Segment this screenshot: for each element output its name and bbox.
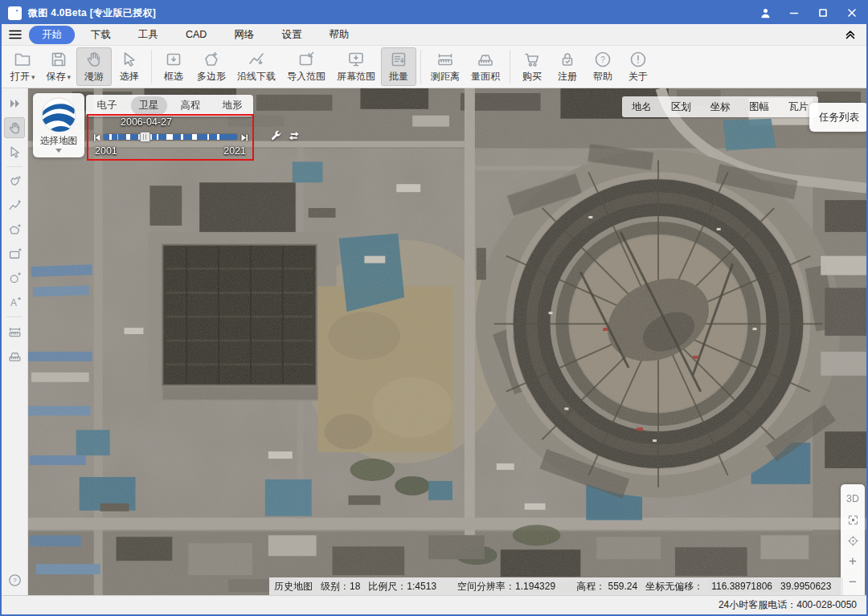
draw-circle-button[interactable] (4, 267, 25, 288)
measure-distance-button[interactable]: 测距离 (425, 47, 465, 86)
status-scale: 比例尺：1:4513 (368, 580, 436, 594)
batch-icon (389, 50, 408, 69)
status-map-type: 历史地图 (274, 580, 313, 594)
menu-tab-start[interactable]: 开始 (29, 26, 75, 44)
maximize-button[interactable] (809, 2, 837, 24)
map-viewport[interactable]: 选择地图 电子 卫星 高程 地形 2006-04-27 (28, 88, 866, 595)
overlay-tool-placenames[interactable]: 地名 (627, 99, 657, 116)
layer-tabs: 电子 卫星 高程 地形 (86, 95, 253, 116)
polygon-select-button[interactable]: 多边形 (191, 47, 231, 86)
map-selector-label: 选择地图 (40, 135, 77, 147)
timeline-start-year: 2001 (95, 145, 117, 157)
draw-freeform-button[interactable] (4, 171, 25, 192)
map-selector-logo-icon (40, 96, 77, 133)
select-button[interactable]: 选择 (112, 47, 147, 86)
import-range-button[interactable]: 导入范围 (281, 47, 331, 86)
app-logo-icon (8, 6, 22, 20)
zoom-in-button[interactable]: + (841, 551, 865, 572)
wrench-icon[interactable] (269, 130, 282, 143)
ribbon-toolbar: 打开▾ 保存▾ 漫游 选择 框选 多边形 沿线下载 导入范围 (2, 46, 866, 88)
open-button[interactable]: 打开▾ (5, 47, 41, 86)
measure-area-icon: ? (7, 349, 23, 364)
status-resolution: 空间分辨率：1.194329 (457, 580, 555, 594)
sidebar-measure-area-button[interactable]: ? (4, 345, 25, 366)
menu-tab-settings[interactable]: 设置 (270, 26, 313, 44)
hand-icon (84, 50, 104, 69)
left-toolbar: A ? ? (2, 88, 28, 595)
measure-area-icon: ? (476, 50, 495, 69)
app-footer: 24小时客服电话：400-028-0050 (2, 595, 866, 614)
user-account-icon[interactable] (751, 2, 780, 24)
service-phone: 24小时客服电话：400-028-0050 (719, 598, 857, 612)
overlay-tool-coordinates[interactable]: 坐标 (705, 99, 735, 116)
overlay-tool-mapsheet[interactable]: 图幅 (744, 99, 774, 116)
register-button[interactable]: 注册 (550, 47, 585, 86)
measure-area-button[interactable]: ? 量面积 (465, 47, 506, 86)
sidebar-select-button[interactable] (4, 141, 25, 162)
polyline-plus-icon (7, 198, 23, 214)
map-overlay-toolbar: 地名 区划 坐标 图幅 瓦片 (622, 96, 818, 117)
purchase-button[interactable]: 购买 (514, 47, 550, 86)
timeline-prev-button[interactable] (92, 133, 101, 142)
map-source-selector[interactable]: 选择地图 (33, 93, 84, 157)
minimize-button[interactable] (780, 2, 809, 24)
mode-3d-button[interactable]: 3D (841, 488, 865, 509)
import-range-icon (297, 50, 316, 69)
dropdown-arrow-icon: ▾ (68, 73, 72, 81)
polygon-plus-icon (7, 222, 23, 238)
layer-tab-elevation[interactable]: 高程 (173, 96, 209, 115)
draw-polyline-button[interactable] (4, 195, 25, 216)
task-list-button[interactable]: 任务列表 (809, 103, 866, 132)
cursor-icon (120, 50, 139, 69)
titlebar: 微图 4.0Beta [专业版已授权] (2, 2, 866, 24)
about-button[interactable]: 关于 (620, 47, 656, 86)
svg-text:A: A (10, 297, 16, 308)
screen-range-icon (346, 50, 366, 69)
menu-tab-help[interactable]: 帮助 (317, 26, 360, 44)
svg-text:?: ? (13, 352, 15, 357)
layer-tab-vector[interactable]: 电子 (89, 96, 125, 115)
menu-tab-download[interactable]: 下载 (80, 26, 122, 44)
overlay-tool-districts[interactable]: 区划 (666, 99, 696, 116)
batch-button[interactable]: 批量 (381, 47, 416, 86)
close-button[interactable] (837, 2, 866, 24)
layer-tab-satellite[interactable]: 卫星 (131, 96, 167, 115)
save-button[interactable]: 保存▾ (41, 47, 77, 86)
history-timeline-panel: 2006-04-27 2001 2021 (87, 114, 254, 161)
svg-text:?: ? (484, 54, 487, 59)
polyline-download-icon (247, 50, 266, 69)
fullscreen-icon[interactable] (841, 509, 865, 530)
screen-range-button[interactable]: 屏幕范围 (331, 47, 381, 86)
status-coords-label: 坐标无偏移： (645, 580, 703, 594)
sidebar-measure-distance-button[interactable] (4, 321, 25, 342)
box-select-button[interactable]: 框选 (156, 47, 191, 86)
help-button[interactable]: ? 帮助 (585, 47, 620, 86)
collapse-ribbon-icon[interactable] (834, 29, 866, 40)
sidebar-help-icon[interactable]: ? (4, 569, 25, 590)
pan-button[interactable]: 漫游 (76, 47, 112, 86)
measure-distance-icon (7, 324, 23, 340)
swap-arrows-icon[interactable] (289, 132, 301, 141)
timeline-slider[interactable] (104, 132, 237, 143)
sidebar-pan-button[interactable] (4, 117, 25, 138)
box-select-icon (164, 50, 183, 69)
add-text-button[interactable]: A (4, 292, 25, 312)
cart-icon (522, 50, 542, 69)
draw-polygon-button[interactable] (4, 219, 25, 240)
draw-rectangle-button[interactable] (4, 243, 25, 264)
menu-tab-cad[interactable]: CAD (174, 27, 218, 43)
timeline-next-button[interactable] (240, 133, 249, 142)
timeline-track[interactable] (104, 134, 237, 140)
expand-panel-icon[interactable] (4, 93, 25, 114)
menubar: 开始 下载 工具 CAD 网络 设置 帮助 (2, 24, 866, 46)
svg-text:?: ? (13, 577, 17, 584)
dropdown-arrow-icon: ▾ (31, 73, 35, 81)
menu-tab-tools[interactable]: 工具 (127, 26, 170, 44)
zoom-out-button[interactable]: − (841, 572, 865, 593)
hamburger-menu-icon[interactable] (2, 29, 29, 40)
timeline-slider-handle[interactable] (140, 132, 150, 142)
locate-icon[interactable] (841, 530, 865, 551)
layer-tab-terrain[interactable]: 地形 (215, 96, 251, 115)
download-along-line-button[interactable]: 沿线下载 (231, 47, 281, 86)
menu-tab-network[interactable]: 网络 (223, 26, 265, 44)
